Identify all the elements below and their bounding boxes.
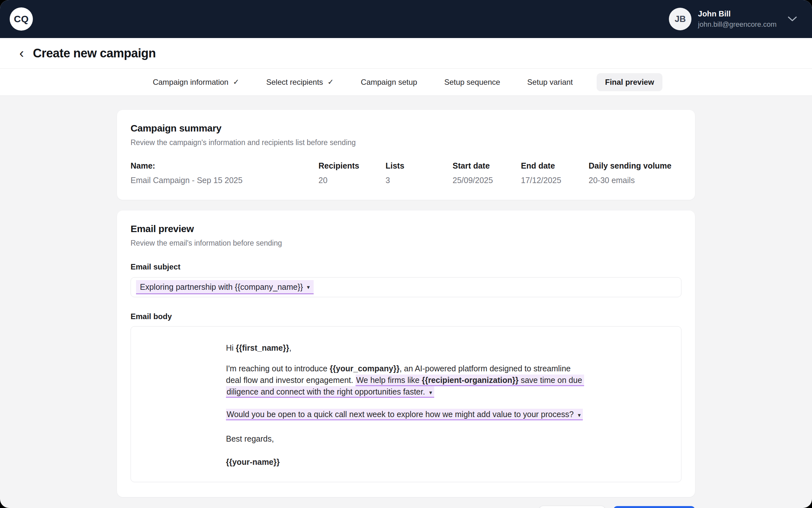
avatar[interactable]: JB (669, 8, 691, 30)
tab-label: Setup variant (527, 78, 573, 87)
top-navbar: CQ JB John Bill john.bill@greencore.com (0, 0, 812, 38)
campaign-summary-title: Campaign summary (131, 123, 681, 134)
field-value: Email Campaign - Sep 15 2025 (131, 176, 318, 185)
tab-label: Campaign setup (361, 78, 417, 87)
email-paragraph-cta: Would you be open to a quick call next w… (226, 409, 586, 420)
field-value: 17/12/2025 (521, 176, 589, 185)
email-greeting: Hi {{first_name}}, (226, 342, 586, 353)
main-content: Campaign summary Review the campaign's i… (0, 96, 812, 497)
first-name-token: {{first_name}} (236, 343, 289, 352)
footer-actions: Save & exit Start Campaign (117, 506, 695, 508)
check-icon: ✓ (233, 78, 239, 86)
user-info: John Bill john.bill@greencore.com (698, 9, 776, 29)
subject-variant-dropdown[interactable]: Exploring partnership with {{company_nam… (136, 280, 314, 294)
field-label: Start date (453, 161, 521, 171)
app-logo[interactable]: CQ (10, 7, 33, 31)
page-title: Create new campaign (33, 46, 156, 60)
greeting-suffix: , (289, 343, 291, 352)
back-button[interactable]: ‹ (19, 46, 24, 60)
field-label: Name: (131, 161, 318, 171)
field-lists: Lists 3 (386, 161, 453, 185)
email-paragraph-intro: I'm reaching out to introduce {{your_com… (226, 363, 586, 397)
tab-campaign-information[interactable]: Campaign information✓ (149, 73, 243, 91)
highlight-text: Would you be open to a quick call next w… (227, 410, 576, 419)
field-value: 25/09/2025 (453, 176, 521, 185)
email-subject-label: Email subject (131, 262, 681, 271)
tab-setup-variant[interactable]: Setup variant (524, 73, 576, 91)
chevron-down-icon[interactable] (787, 16, 797, 22)
tab-select-recipients[interactable]: Select recipients✓ (263, 73, 337, 91)
email-body-label: Email body (131, 312, 681, 321)
email-body-content: Hi {{first_name}}, I'm reaching out to i… (226, 342, 586, 468)
summary-fields: Name: Email Campaign - Sep 15 2025 Recip… (131, 161, 681, 185)
user-menu[interactable]: JB John Bill john.bill@greencore.com (669, 8, 797, 30)
tab-label: Final preview (605, 78, 654, 87)
app-window: CQ JB John Bill john.bill@greencore.com … (0, 0, 812, 508)
email-body-field: Hi {{first_name}}, I'm reaching out to i… (131, 326, 681, 482)
email-preview-subtitle: Review the email's information before se… (131, 239, 681, 248)
email-preview-card: Email preview Review the email's informa… (117, 210, 695, 497)
page-header: ‹ Create new campaign (0, 38, 812, 69)
tab-label: Campaign information (153, 78, 228, 87)
email-preview-title: Email preview (131, 223, 681, 234)
your-company-token: {{your_company}} (330, 364, 400, 373)
tab-campaign-setup[interactable]: Campaign setup (357, 73, 420, 91)
tab-setup-sequence[interactable]: Setup sequence (441, 73, 503, 91)
user-email: john.bill@greencore.com (698, 20, 776, 29)
field-recipients: Recipients 20 (318, 161, 386, 185)
caret-down-icon: ▾ (307, 284, 310, 290)
variant-highlight-dropdown[interactable]: Would you be open to a quick call next w… (226, 409, 583, 420)
field-value: 3 (386, 176, 453, 185)
field-value: 20-30 emails (589, 176, 681, 185)
start-campaign-button[interactable]: Start Campaign (613, 506, 695, 508)
user-name: John Bill (698, 9, 776, 18)
save-exit-button[interactable]: Save & exit (539, 506, 605, 508)
field-name: Name: Email Campaign - Sep 15 2025 (131, 161, 318, 185)
email-closing: Best regards, (226, 433, 586, 444)
field-label: Recipients (318, 161, 386, 171)
tab-final-preview[interactable]: Final preview (597, 73, 663, 91)
campaign-summary-card: Campaign summary Review the campaign's i… (117, 110, 695, 200)
email-subject-field[interactable]: Exploring partnership with {{company_nam… (131, 277, 681, 297)
field-start-date: Start date 25/09/2025 (453, 161, 521, 185)
highlight-text: We help firms like (356, 376, 422, 385)
step-tabs: Campaign information✓ Select recipients✓… (0, 69, 812, 96)
field-label: End date (521, 161, 589, 171)
tab-label: Setup sequence (444, 78, 500, 87)
field-label: Lists (386, 161, 453, 171)
field-daily-volume: Daily sending volume 20-30 emails (589, 161, 681, 185)
intro-text: I'm reaching out to introduce (226, 364, 330, 373)
check-icon: ✓ (328, 78, 334, 86)
field-end-date: End date 17/12/2025 (521, 161, 589, 185)
recipient-organization-token: {{recipient-organization}} (422, 376, 518, 385)
caret-down-icon: ▾ (429, 389, 432, 396)
campaign-summary-subtitle: Review the campaign's information and re… (131, 138, 681, 147)
field-label: Daily sending volume (589, 161, 681, 171)
greeting-prefix: Hi (226, 343, 236, 352)
tab-label: Select recipients (266, 78, 323, 87)
field-value: 20 (318, 176, 386, 185)
subject-text: Exploring partnership with {{company_nam… (140, 282, 303, 292)
email-signature-token: {{your-name}} (226, 456, 586, 468)
caret-down-icon: ▾ (578, 412, 581, 418)
